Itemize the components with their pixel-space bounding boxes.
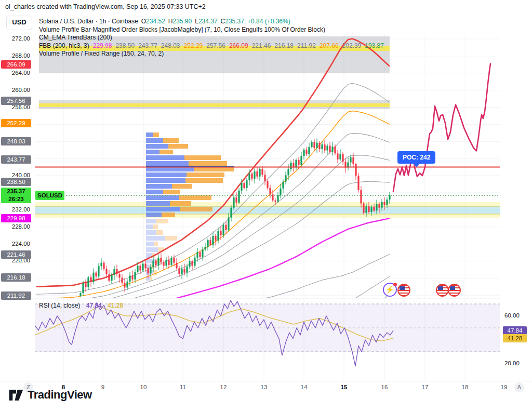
us-flag-event-icon[interactable] xyxy=(448,284,461,297)
price-level-badge: 216.18 xyxy=(1,273,31,282)
tradingview-logo[interactable]: TradingView xyxy=(8,388,92,402)
ohlc-value: 235.37 xyxy=(225,18,244,25)
price-level-badge: 221.46 xyxy=(1,250,31,259)
rsi-tick: 20.00 xyxy=(504,360,520,366)
us-flag-event-icon[interactable] xyxy=(436,284,449,297)
tradingview-chart-window: ol_charles created with TradingView.com,… xyxy=(0,0,532,411)
fbb-value: 216.18 xyxy=(274,42,294,49)
price-tick: 260.00 xyxy=(12,87,30,93)
indicator-row-volume-profile-fixed-range[interactable]: Volume Profile / Fixed Range (150, 24, 7… xyxy=(39,50,384,58)
time-label: 19 xyxy=(497,384,511,390)
fbb-value: 221.46 xyxy=(252,42,271,49)
poc-price-label[interactable]: POC: 242 xyxy=(397,151,435,164)
indicator-row-order-blocks[interactable]: Volume Profile Bar-Magnified Order Block… xyxy=(39,26,384,34)
fbb-value: 248.03 xyxy=(161,42,180,49)
time-label: 18 xyxy=(458,384,472,390)
symbol-price-label[interactable]: SOLUSD xyxy=(35,191,64,200)
footer-bar: TradingView xyxy=(0,394,532,411)
rsi-value-badge: 41.28 xyxy=(503,334,527,342)
price-level-badge: 266.09 xyxy=(1,60,31,69)
legend: Solana / U.S. Dollar · 1h · CoinbaseO234… xyxy=(39,18,384,58)
price-tick: 264.00 xyxy=(12,70,30,76)
fbb-value: 229.98 xyxy=(93,42,112,49)
fbb-value: 238.50 xyxy=(115,42,135,49)
rsi-value-badge: 47.84 xyxy=(503,326,527,335)
price-level-badge: 211.92 xyxy=(1,291,31,300)
projection-drawing xyxy=(393,64,490,192)
price-tick: 228.00 xyxy=(12,223,30,230)
credit-text: ol_charles created with TradingView.com,… xyxy=(5,3,206,10)
time-label: 13 xyxy=(257,384,271,390)
time-label: 15 xyxy=(337,384,351,390)
price-level-badge: 229.98 xyxy=(1,214,31,222)
ohlc-label: C xyxy=(221,18,225,25)
tradingview-logo-icon xyxy=(8,388,24,402)
fbb-value: 257.56 xyxy=(206,42,225,49)
price-axis[interactable]: 272.00268.00264.00260.00256.00240.00232.… xyxy=(0,31,33,382)
current-price-badge: 235.3726:23 xyxy=(1,188,31,203)
indicator-row-cm-ema-trendbars[interactable]: CM_EMA TrendBars (200) xyxy=(39,34,384,42)
symbol-ohlc-row[interactable]: Solana / U.S. Dollar · 1h · CoinbaseO234… xyxy=(39,18,384,26)
price-tick: 268.00 xyxy=(12,52,30,59)
fbb-values: 229.98238.50243.77248.03252.29257.56266.… xyxy=(89,42,384,49)
rsi-tick: 60.00 xyxy=(504,312,520,319)
main-pane xyxy=(35,36,500,335)
chart-canvas[interactable] xyxy=(0,0,532,411)
fbb-value: 211.92 xyxy=(297,42,316,49)
ohlc-value: 235.90 xyxy=(172,18,192,25)
fbb-value: 202.39 xyxy=(342,42,362,49)
fbb-value: 252.29 xyxy=(184,42,203,49)
rsi-legend[interactable]: RSI (14, close) 47.84 41.28 xyxy=(39,302,123,309)
time-label: 9 xyxy=(96,384,110,390)
time-label: 11 xyxy=(176,384,190,390)
economic-event-flash-icon[interactable]: ⚡ xyxy=(383,283,397,297)
rsi-indicator-name: RSI (14, close) xyxy=(39,302,80,309)
symbol-title: Solana / U.S. Dollar · 1h · Coinbase xyxy=(39,18,138,25)
fbb-value: 207.66 xyxy=(320,42,339,49)
us-flag-event-icon[interactable] xyxy=(397,284,410,297)
time-label: 17 xyxy=(418,384,432,390)
time-axis-button-a[interactable]: A xyxy=(514,382,524,392)
price-level-badge: 248.03 xyxy=(1,137,31,145)
fbb-value: 266.09 xyxy=(229,42,248,49)
fbb-value: 243.77 xyxy=(138,42,157,49)
price-level-badge: 257.56 xyxy=(1,97,31,105)
price-level-badge: 243.77 xyxy=(1,155,31,164)
ohlc-value: 234.37 xyxy=(198,18,218,25)
price-tick: 240.00 xyxy=(12,172,30,178)
price-tick: 272.00 xyxy=(12,35,30,42)
ohlc-value: 234.52 xyxy=(146,18,165,25)
indicator-row-fbb[interactable]: FBB (200, hlc3, 3)229.98238.50243.77248.… xyxy=(39,42,384,50)
rsi-pane xyxy=(35,300,500,366)
ohlc-label: O xyxy=(141,18,146,25)
time-label: 14 xyxy=(297,384,311,390)
time-label: 16 xyxy=(378,384,391,390)
price-tick: 232.00 xyxy=(12,206,30,213)
ohlc-label: L xyxy=(195,18,198,25)
fbb-value: 193.87 xyxy=(365,42,384,49)
rsi-axis[interactable]: 60.0020.0047.8441.28 xyxy=(500,291,532,374)
rsi-value: 47.84 xyxy=(86,302,102,309)
rsi-ma-value: 41.28 xyxy=(108,302,123,309)
price-level-badge: 252.29 xyxy=(1,119,31,127)
change-value: +0.84 (+0.36%) xyxy=(247,18,290,25)
time-label: 12 xyxy=(217,384,230,390)
price-tick: 224.00 xyxy=(12,241,30,247)
currency-toggle-button[interactable]: USD xyxy=(6,16,32,30)
price-level-badge: 238.50 xyxy=(1,178,31,186)
time-label: 10 xyxy=(137,384,150,390)
